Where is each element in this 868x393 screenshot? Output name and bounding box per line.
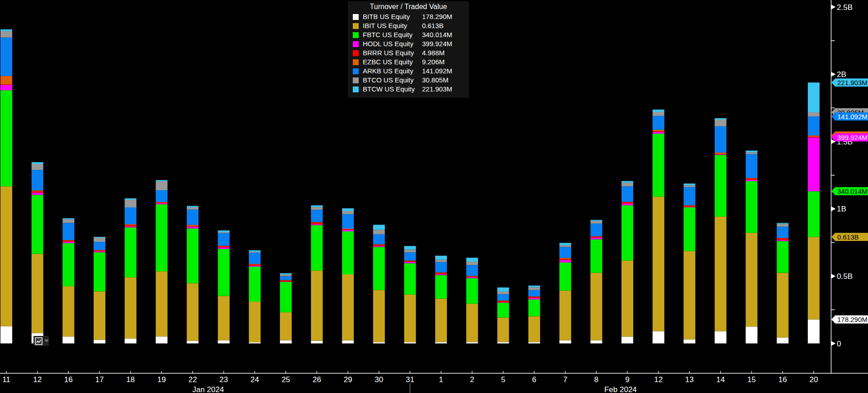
bar-segment[interactable] bbox=[218, 232, 230, 233]
bar-segment[interactable] bbox=[156, 336, 167, 343]
bar-segment[interactable] bbox=[187, 225, 199, 226]
bar-segment[interactable] bbox=[466, 278, 478, 303]
bar-segment[interactable] bbox=[683, 207, 695, 251]
bar-segment[interactable] bbox=[404, 260, 416, 261]
bar-segment[interactable] bbox=[497, 302, 509, 303]
bar-segment[interactable] bbox=[653, 112, 664, 116]
bar-segment[interactable] bbox=[560, 258, 571, 259]
bar-segment[interactable] bbox=[280, 282, 292, 312]
legend-row[interactable]: BITB US Equity178.290M bbox=[348, 12, 469, 21]
bar-segment[interactable] bbox=[373, 290, 385, 342]
bar-segment[interactable] bbox=[32, 164, 43, 170]
bar-segment[interactable] bbox=[777, 240, 788, 241]
bar-segment[interactable] bbox=[404, 252, 416, 260]
bar-segment[interactable] bbox=[156, 190, 167, 202]
bar-segment[interactable] bbox=[808, 320, 820, 344]
bar-segment[interactable] bbox=[683, 206, 695, 207]
bar-segment[interactable] bbox=[0, 38, 12, 76]
bar-segment[interactable] bbox=[342, 208, 354, 211]
bar-segment[interactable] bbox=[125, 224, 137, 225]
bar-segment[interactable] bbox=[435, 260, 447, 262]
bar-segment[interactable] bbox=[187, 226, 199, 227]
bar-segment[interactable] bbox=[311, 222, 323, 224]
bar-segment[interactable] bbox=[373, 247, 385, 290]
bar-segment[interactable] bbox=[342, 229, 354, 230]
bar-segment[interactable] bbox=[62, 219, 74, 223]
bar-segment[interactable] bbox=[808, 135, 820, 137]
bar-segment[interactable] bbox=[653, 331, 664, 344]
bar-segment[interactable] bbox=[621, 203, 633, 205]
bar-segment[interactable] bbox=[497, 342, 509, 344]
bar-segment[interactable] bbox=[342, 274, 354, 340]
bar-segment[interactable] bbox=[62, 242, 74, 243]
bar-segment[interactable] bbox=[62, 243, 74, 286]
bar-segment[interactable] bbox=[528, 286, 540, 288]
bar-segment[interactable] bbox=[280, 280, 292, 281]
bar-segment[interactable] bbox=[590, 340, 602, 344]
bar-segment[interactable] bbox=[249, 342, 261, 343]
bar-segment[interactable] bbox=[218, 249, 230, 296]
bar-segment[interactable] bbox=[653, 131, 664, 132]
bar-segment[interactable] bbox=[249, 253, 261, 264]
bar-segment[interactable] bbox=[94, 252, 105, 291]
bar-segment[interactable] bbox=[187, 207, 199, 210]
bar-segment[interactable] bbox=[249, 252, 261, 253]
bar-segment[interactable] bbox=[125, 198, 137, 200]
bar-segment[interactable] bbox=[187, 206, 199, 207]
bar-segment[interactable] bbox=[94, 340, 105, 344]
bar-segment[interactable] bbox=[590, 224, 602, 236]
bar-segment[interactable] bbox=[156, 202, 167, 202]
bar-segment[interactable] bbox=[280, 282, 292, 282]
bar-segment[interactable] bbox=[94, 250, 105, 251]
bar-segment[interactable] bbox=[497, 302, 509, 317]
bar-segment[interactable] bbox=[218, 246, 230, 248]
bar-segment[interactable] bbox=[590, 240, 602, 273]
bar-segment[interactable] bbox=[435, 262, 447, 273]
bar-segment[interactable] bbox=[125, 207, 137, 224]
bar-segment[interactable] bbox=[94, 242, 105, 250]
bar-segment[interactable] bbox=[62, 286, 74, 336]
bar-segment[interactable] bbox=[125, 200, 137, 207]
bar-segment[interactable] bbox=[342, 340, 354, 344]
bar-segment[interactable] bbox=[497, 292, 509, 294]
bar-segment[interactable] bbox=[62, 336, 74, 343]
bar-segment[interactable] bbox=[373, 244, 385, 246]
bar-segment[interactable] bbox=[94, 250, 105, 250]
bar-segment[interactable] bbox=[249, 250, 261, 252]
bar-segment[interactable] bbox=[373, 230, 385, 234]
bar-segment[interactable] bbox=[156, 271, 167, 336]
bar-segment[interactable] bbox=[560, 340, 571, 344]
bar-segment[interactable] bbox=[280, 312, 292, 340]
bar-segment[interactable] bbox=[590, 238, 602, 240]
bar-segment[interactable] bbox=[404, 249, 416, 252]
bar-segment[interactable] bbox=[62, 240, 74, 242]
bar-segment[interactable] bbox=[653, 134, 664, 196]
bar-segment[interactable] bbox=[777, 224, 788, 227]
bar-segment[interactable] bbox=[621, 202, 633, 202]
bar-segment[interactable] bbox=[621, 337, 633, 344]
bar-segment[interactable] bbox=[466, 265, 478, 276]
bar-segment[interactable] bbox=[466, 276, 478, 277]
bar-segment[interactable] bbox=[32, 190, 43, 191]
bar-segment[interactable] bbox=[280, 280, 292, 281]
bar-segment[interactable] bbox=[373, 235, 385, 244]
bar-segment[interactable] bbox=[404, 342, 416, 344]
bar-segment[interactable] bbox=[311, 210, 323, 222]
bar-segment[interactable] bbox=[528, 316, 540, 342]
bar-segment[interactable] bbox=[560, 260, 571, 263]
bar-segment[interactable] bbox=[0, 90, 12, 186]
bar-segment[interactable] bbox=[528, 297, 540, 298]
bar-segment[interactable] bbox=[746, 178, 758, 178]
bar-segment[interactable] bbox=[621, 183, 633, 187]
bar-segment[interactable] bbox=[466, 258, 478, 262]
bar-segment[interactable] bbox=[94, 237, 105, 238]
bar-segment[interactable] bbox=[342, 231, 354, 274]
bar-segment[interactable] bbox=[218, 246, 230, 246]
bar-segment[interactable] bbox=[404, 263, 416, 294]
bar-segment[interactable] bbox=[466, 342, 478, 344]
bar-segment[interactable] bbox=[715, 216, 726, 331]
bar-segment[interactable] bbox=[0, 29, 12, 31]
bar-segment[interactable] bbox=[746, 151, 758, 153]
bar-segment[interactable] bbox=[404, 261, 416, 262]
bar-segment[interactable] bbox=[373, 225, 385, 230]
